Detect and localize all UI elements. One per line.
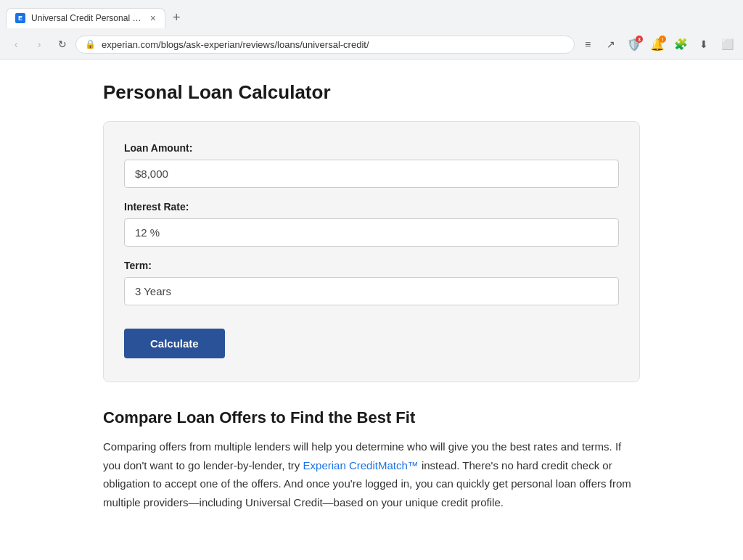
tab-close-button[interactable]: ×: [150, 13, 156, 23]
compare-section-body: Comparing offers from multiple lenders w…: [103, 437, 640, 511]
active-tab[interactable]: E Universal Credit Personal Loan Re ×: [6, 8, 165, 28]
download-button[interactable]: ⬇: [694, 34, 714, 54]
forward-button[interactable]: ›: [29, 34, 49, 54]
calculator-title: Personal Loan Calculator: [103, 81, 640, 104]
share-button[interactable]: ↗: [601, 34, 621, 54]
tab-favicon: E: [15, 13, 25, 23]
credit-match-link[interactable]: Experian CreditMatch™: [303, 459, 419, 472]
term-label: Term:: [124, 260, 619, 271]
back-button[interactable]: ‹: [6, 34, 26, 54]
nav-bar: ‹ › ↻ 🔒 ≡ ↗ 🛡️ 3 🔔 !: [0, 30, 743, 59]
window-button[interactable]: ⬜: [717, 34, 737, 54]
term-input[interactable]: [124, 277, 619, 305]
tab-bar: E Universal Credit Personal Loan Re × +: [0, 0, 743, 30]
extensions-button[interactable]: 🧩: [670, 34, 691, 54]
address-bar[interactable]: 🔒: [75, 36, 575, 54]
interest-rate-input[interactable]: [124, 218, 619, 247]
nav-right-icons: ≡ ↗ 🛡️ 3 🔔 ! 🧩 ⬇ ⬜: [578, 34, 737, 54]
url-input[interactable]: [102, 39, 565, 50]
reload-button[interactable]: ↻: [52, 34, 73, 54]
loan-amount-label: Loan Amount:: [124, 142, 619, 154]
browser-chrome: E Universal Credit Personal Loan Re × + …: [0, 0, 743, 59]
loan-amount-input[interactable]: [124, 160, 619, 188]
profile-button[interactable]: 🛡️ 3: [624, 34, 644, 54]
compare-section-title: Compare Loan Offers to Find the Best Fit: [103, 408, 640, 427]
notifications-button[interactable]: 🔔 !: [647, 34, 668, 54]
loan-amount-field: Loan Amount:: [124, 142, 619, 188]
page-content: Personal Loan Calculator Loan Amount: In…: [89, 59, 654, 533]
notifications-badge: !: [659, 36, 666, 43]
calculate-button[interactable]: Calculate: [124, 329, 225, 358]
term-field: Term:: [124, 260, 619, 305]
menu-button[interactable]: ≡: [578, 34, 598, 54]
tab-title: Universal Credit Personal Loan Re: [31, 13, 144, 23]
lock-icon: 🔒: [85, 39, 96, 49]
calculator-box: Loan Amount: Interest Rate: Term: Calcul…: [103, 121, 640, 382]
interest-rate-field: Interest Rate:: [124, 201, 619, 247]
interest-rate-label: Interest Rate:: [124, 201, 619, 213]
new-tab-button[interactable]: +: [165, 6, 188, 30]
profile-badge: 3: [636, 36, 643, 43]
